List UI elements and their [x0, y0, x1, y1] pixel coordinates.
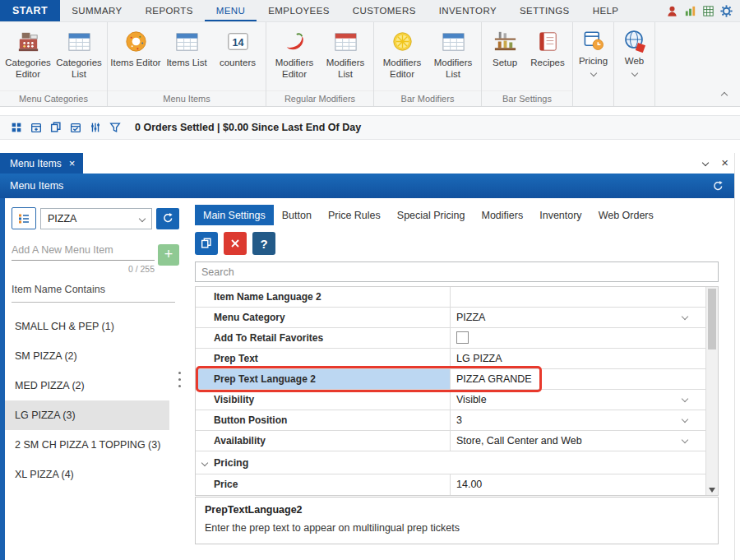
menu-item-reports[interactable]: REPORTS [134, 0, 205, 21]
bar-modifiers-editor-button[interactable]: Modifiers Editor [377, 25, 428, 90]
search-input[interactable] [195, 261, 719, 282]
menu-item-inventory[interactable]: INVENTORY [428, 0, 508, 21]
view-mode-button[interactable] [12, 207, 36, 229]
detail-panel: Main Settings Button Price Rules Special… [195, 198, 734, 560]
menu-item-employees[interactable]: EMPLOYEES [257, 0, 341, 21]
sliders-icon[interactable] [89, 121, 102, 134]
recipes-button[interactable]: Recipes [525, 25, 570, 90]
gear-icon[interactable] [719, 4, 733, 18]
list-item[interactable]: 2 SM CH PIZZA 1 TOPPING (3) [5, 430, 169, 460]
ribbon-button-label: Categories List [53, 58, 104, 81]
calendar-check-icon[interactable] [69, 121, 82, 134]
grid-scrollbar[interactable] [705, 287, 718, 495]
panel-splitter[interactable] [178, 372, 181, 387]
property-value[interactable]: LG PIZZA [451, 349, 705, 368]
ribbon-collapse-icon[interactable] [721, 92, 728, 99]
item-name-contains-label: Item Name Contains [12, 284, 105, 295]
copy-button[interactable] [195, 232, 218, 255]
grid-row-price[interactable]: Price 14.00 [196, 474, 705, 495]
grid-row-visibility[interactable]: Visibility Visible [196, 390, 705, 410]
grid-row-item-name-language-2[interactable]: Item Name Language 2 [196, 287, 705, 308]
property-value-dropdown[interactable]: Visible [451, 390, 705, 410]
grid-row-prep-text-language-2[interactable]: Prep Text Language 2 PIZZA GRANDE [196, 369, 705, 390]
categories-list-button[interactable]: Categories List [53, 25, 104, 90]
menu-item-summary[interactable]: SUMMARY [60, 0, 133, 21]
bar-setup-button[interactable]: Setup [484, 25, 525, 90]
delete-button[interactable] [224, 232, 247, 255]
start-button[interactable]: START [0, 0, 60, 21]
dashboard-grid-icon[interactable] [10, 121, 23, 134]
menu-item-help[interactable]: HELP [581, 0, 631, 21]
property-value[interactable] [451, 287, 705, 307]
tab-main-settings[interactable]: Main Settings [195, 205, 274, 225]
calendar-add-icon[interactable] [30, 121, 43, 134]
tab-price-rules[interactable]: Price Rules [320, 205, 389, 225]
property-value-text: PIZZA [456, 312, 485, 323]
tab-inventory[interactable]: Inventory [531, 205, 590, 225]
duplicate-icon[interactable] [49, 121, 62, 134]
list-item[interactable]: XL PIZZA (4) [5, 460, 169, 489]
tab-button[interactable]: Button [274, 205, 320, 225]
property-value-text: Store, Call Center and Web [456, 435, 582, 447]
chart-icon[interactable] [683, 4, 697, 18]
window-close-icon[interactable]: × [721, 156, 728, 169]
add-menu-item-button[interactable]: + [158, 244, 179, 266]
refresh-icon[interactable] [712, 180, 724, 192]
chevron-down-icon [682, 396, 688, 402]
char-counter: 0 / 255 [12, 264, 155, 274]
category-filter-combobox[interactable]: PIZZA [40, 208, 152, 229]
regular-modifiers-list-button[interactable]: Modifiers List [320, 25, 371, 90]
grid-row-add-to-retail-favorites[interactable]: Add To Retail Favorites [196, 328, 705, 349]
regular-modifiers-editor-button[interactable]: Modifiers Editor [269, 25, 320, 90]
grid-row-button-position[interactable]: Button Position 3 [196, 410, 705, 431]
help-button[interactable]: ? [252, 232, 275, 255]
web-dropdown-button[interactable]: Web [614, 22, 655, 106]
tab-special-pricing[interactable]: Special Pricing [389, 205, 474, 225]
list-item[interactable]: MED PIZZA (2) [5, 371, 169, 400]
sidebar-refresh-button[interactable] [156, 208, 179, 229]
property-value-dropdown[interactable]: 3 [451, 410, 705, 430]
ribbon-button-label: Web [625, 56, 644, 67]
list-item[interactable]: SMALL CH & PEP (1) [5, 312, 169, 341]
grid-group-pricing[interactable]: Pricing [196, 451, 705, 474]
tab-menu-items[interactable]: Menu Items × [0, 153, 83, 174]
items-list-button[interactable]: Items List [161, 25, 212, 90]
window-minimize-chevron-icon[interactable] [702, 159, 709, 165]
retail-favorites-checkbox[interactable] [456, 331, 469, 344]
grid-row-prep-text[interactable]: Prep Text LG PIZZA [196, 349, 705, 369]
list-view-icon [16, 211, 31, 226]
ribbon-group-label: Menu Categories [0, 90, 107, 106]
filter-icon[interactable] [109, 121, 122, 134]
property-value-dropdown[interactable]: Store, Call Center and Web [451, 431, 705, 451]
menu-item-settings[interactable]: SETTINGS [508, 0, 581, 21]
ribbon-group-label: Menu Items [108, 90, 266, 106]
categories-editor-button[interactable]: Categories Editor [2, 25, 53, 90]
list-item[interactable]: SM PIZZA (2) [5, 341, 169, 371]
items-editor-button[interactable]: Items Editor [110, 25, 161, 90]
bar-modifiers-list-button[interactable]: Modifiers List [428, 25, 479, 90]
add-menu-item-input[interactable] [12, 239, 155, 261]
scroll-down-arrow-icon[interactable] [709, 488, 715, 493]
property-value-dropdown[interactable]: PIZZA [451, 308, 705, 327]
chevron-down-icon [590, 70, 596, 76]
user-icon[interactable] [665, 4, 679, 18]
list-item-selected[interactable]: LG PIZZA (3) [5, 400, 169, 430]
grid-row-availability[interactable]: Availability Store, Call Center and Web [196, 431, 705, 451]
tab-web-orders[interactable]: Web Orders [590, 205, 662, 225]
ribbon-button-label: Modifiers List [428, 58, 479, 81]
scrollbar-thumb[interactable] [708, 289, 716, 349]
tab-modifiers[interactable]: Modifiers [473, 205, 531, 225]
grid-row-menu-category[interactable]: Menu Category PIZZA [196, 308, 705, 328]
property-value[interactable]: 14.00 [451, 474, 705, 495]
spreadsheet-icon[interactable] [701, 4, 715, 18]
menu-item-menu[interactable]: MENU [205, 0, 257, 21]
pricing-dropdown-button[interactable]: Pricing [573, 22, 614, 106]
property-value[interactable]: PIZZA GRANDE [451, 369, 705, 389]
ribbon-extra-buttons: Pricing Web [573, 22, 655, 106]
detail-tabs: Main Settings Button Price Rules Special… [195, 205, 662, 225]
tab-close-icon[interactable]: × [69, 158, 76, 169]
menu-item-list: SMALL CH & PEP (1) SM PIZZA (2) MED PIZZ… [5, 312, 169, 489]
ribbon-group-menu-items: Items Editor Items List counters Menu It… [108, 22, 266, 106]
counters-button[interactable]: counters [212, 25, 263, 90]
menu-item-customers[interactable]: CUSTOMERS [341, 0, 428, 21]
